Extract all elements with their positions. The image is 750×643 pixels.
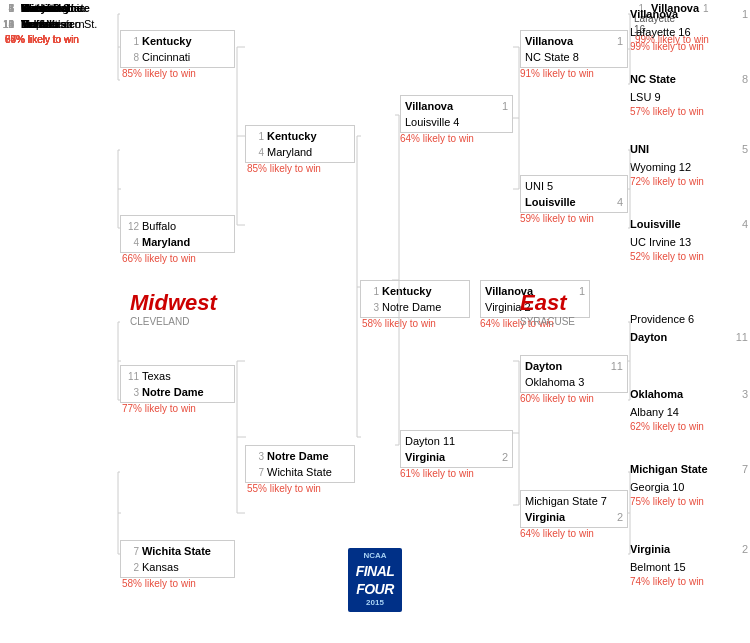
right-r1-m1: Villanova1 Lafayette 16 99% likely to wi… <box>630 5 748 52</box>
right-r1-m5: Providence 6 Dayton11 <box>630 310 748 346</box>
probability: 60% likely to win <box>520 393 628 404</box>
probability: 55% likely to win <box>247 483 355 494</box>
team-name: New Mexico St. <box>21 18 97 30</box>
probability: 64% likely to win <box>520 528 628 539</box>
probability: 85% likely to win <box>247 163 355 174</box>
probability: 99% likely to win <box>630 41 748 52</box>
left-r3-match1: 1Kentucky 4Maryland 85% likely to win <box>245 125 355 174</box>
probability: 75% likely to win <box>630 496 748 507</box>
left-r4-match1: 1Kentucky 3Notre Dame 58% likely to win <box>360 280 470 329</box>
left-r3-match2: 3Notre Dame 7Wichita State 55% likely to… <box>245 445 355 494</box>
final-four-logo: NCAA FINALFOUR 2015 <box>310 540 440 620</box>
right-r1-m2: NC State8 LSU 9 57% likely to win <box>630 70 748 117</box>
right-r3-m1: Villanova1 Louisville 4 64% likely to wi… <box>400 95 513 144</box>
probability: 59% likely to win <box>520 213 628 224</box>
team-name: Kansas <box>21 2 60 14</box>
probability: 52% likely to win <box>630 251 748 262</box>
right-r1-m4: Louisville4 UC Irvine 13 52% likely to w… <box>630 215 748 262</box>
left-r1-match8: 2Kansas 15New Mexico St. 67% likely to w… <box>0 0 97 46</box>
right-r1-m6: Oklahoma3 Albany 14 62% likely to win <box>630 385 748 432</box>
midwest-region-label: Midwest CLEVELAND <box>130 290 217 327</box>
probability: 67% likely to win <box>2 32 97 46</box>
right-r2-m2: UNI 5 Louisville4 59% likely to win <box>520 175 628 224</box>
east-region-label: East SYRACUSE <box>520 290 575 327</box>
probability: 62% likely to win <box>630 421 748 432</box>
right-r1-m3: UNI5 Wyoming 12 72% likely to win <box>630 140 748 187</box>
bracket-container: 1Kentucky 16Manhattan 8Cincinnati 9Purdu… <box>0 0 750 643</box>
left-r2-match3: 11Texas 3Notre Dame 77% likely to win <box>120 365 235 414</box>
right-r1-m7: Michigan State7 Georgia 10 75% likely to… <box>630 460 748 507</box>
probability: 74% likely to win <box>630 576 748 587</box>
probability: 85% likely to win <box>122 68 235 79</box>
right-r2-m1: Villanova1 NC State 8 91% likely to win <box>520 30 628 79</box>
left-r2-match1: 1Kentucky 8Cincinnati 85% likely to win <box>120 30 235 79</box>
probability: 58% likely to win <box>362 318 470 329</box>
left-r2-match4: 7Wichita State 2Kansas 58% likely to win <box>120 540 235 589</box>
probability: 91% likely to win <box>520 68 628 79</box>
right-r2-m4: Michigan State 7 Virginia2 64% likely to… <box>520 490 628 539</box>
probability: 66% likely to win <box>122 253 235 264</box>
probability: 57% likely to win <box>630 106 748 117</box>
right-r3-m2: Dayton 11 Virginia2 61% likely to win <box>400 430 513 479</box>
right-r1-m8: Virginia2 Belmont 15 74% likely to win <box>630 540 748 587</box>
left-r2-match2: 12Buffalo 4Maryland 66% likely to win <box>120 215 235 264</box>
probability: 64% likely to win <box>400 133 513 144</box>
probability: 77% likely to win <box>122 403 235 414</box>
probability: 72% likely to win <box>630 176 748 187</box>
probability: 58% likely to win <box>122 578 235 589</box>
probability: 61% likely to win <box>400 468 513 479</box>
right-r2-m3: Dayton11 Oklahoma 3 60% likely to win <box>520 355 628 404</box>
